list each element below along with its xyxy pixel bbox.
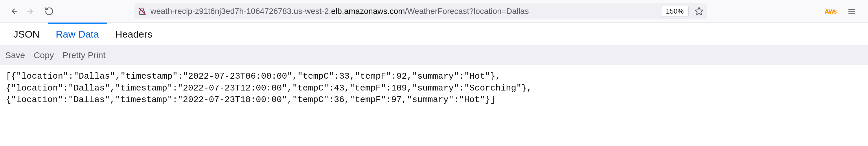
tab-raw-data[interactable]: Raw Data <box>48 23 107 45</box>
tab-json[interactable]: JSON <box>5 23 48 45</box>
reload-button[interactable] <box>44 6 54 16</box>
save-button[interactable]: Save <box>5 50 25 60</box>
browser-toolbar: weath-recip-z91t6nj3ed7h-1064726783.us-w… <box>0 0 868 23</box>
url-text: weath-recip-z91t6nj3ed7h-1064726783.us-w… <box>151 7 654 16</box>
back-icon <box>9 7 18 16</box>
back-button[interactable] <box>8 6 19 16</box>
url-prefix: weath-recip-z91t6nj3ed7h-1064726783.us-w… <box>151 7 331 15</box>
pretty-print-button[interactable]: Pretty Print <box>62 50 105 60</box>
forward-button[interactable] <box>26 6 36 16</box>
json-viewer-tabs: JSON Raw Data Headers <box>0 23 868 45</box>
star-icon <box>694 7 704 16</box>
hamburger-icon <box>847 7 857 16</box>
copy-button[interactable]: Copy <box>34 50 54 60</box>
raw-response-content: [{"location":"Dallas","timestamp":"2022-… <box>0 65 868 111</box>
url-path: /WeatherForecast?location=Dallas <box>405 7 529 15</box>
address-bar[interactable]: weath-recip-z91t6nj3ed7h-1064726783.us-w… <box>134 3 707 20</box>
toolbar-right: ᴀᴡѕ <box>825 7 862 16</box>
nav-buttons <box>6 6 54 16</box>
tab-headers[interactable]: Headers <box>107 23 161 45</box>
url-host: elb.amazonaws.com <box>331 7 405 15</box>
forward-icon <box>27 7 36 16</box>
action-bar: Save Copy Pretty Print <box>0 45 868 65</box>
svg-marker-4 <box>695 7 703 14</box>
bookmark-button[interactable] <box>694 7 704 16</box>
zoom-badge[interactable]: 150% <box>661 6 689 17</box>
insecure-lock-icon[interactable] <box>138 7 146 15</box>
extension-icon[interactable]: ᴀᴡѕ <box>825 7 836 15</box>
reload-icon <box>44 7 54 16</box>
app-menu-button[interactable] <box>847 7 857 16</box>
